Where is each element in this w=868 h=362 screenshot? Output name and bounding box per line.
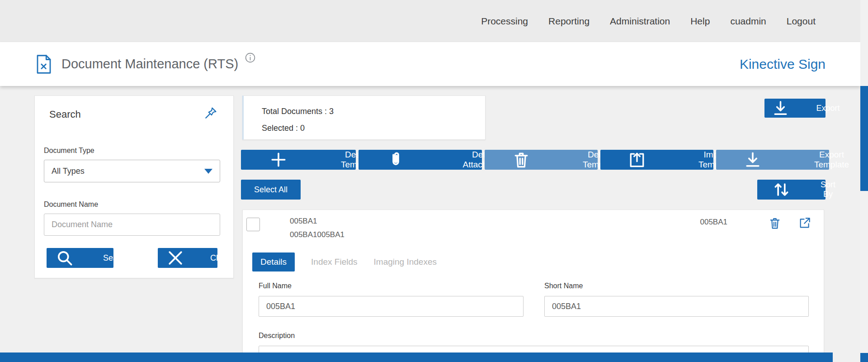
nav-item-administration[interactable]: Administration — [610, 16, 670, 27]
trash-icon — [515, 153, 527, 167]
tab-imaging-indexes[interactable]: Imaging Indexes — [374, 252, 437, 272]
document-name-label: Document Name — [44, 200, 98, 209]
export-button-label: Export — [816, 104, 840, 113]
export-button[interactable]: Export — [764, 99, 826, 118]
info-icon[interactable] — [245, 52, 256, 63]
search-panel: Search Document Type All Types Document … — [34, 95, 234, 278]
sort-by-label: Sort By — [821, 180, 835, 199]
export-template-label: Export Template — [814, 150, 849, 170]
select-all-label: Select All — [254, 185, 288, 195]
clear-button-label: Clear — [210, 253, 230, 263]
page-title: Document Maintenance (RTS) — [61, 57, 238, 71]
document-card: 005BA1 005BA1005BA1 005BA1 Details Index… — [242, 210, 824, 362]
search-button[interactable]: Search — [47, 248, 113, 268]
document-type-value: All Types — [52, 167, 85, 176]
sort-by-button[interactable]: Sort By — [757, 180, 826, 200]
document-name-line2: 005BA1005BA1 — [290, 230, 344, 239]
description-label: Description — [259, 332, 295, 340]
nav-item-reporting[interactable]: Reporting — [548, 16, 590, 27]
summary-card: Total Documents : 3 Selected : 0 — [242, 95, 486, 140]
search-panel-title: Search — [49, 109, 81, 120]
document-type-label: Document Type — [44, 147, 94, 155]
brand-logo: Kinective Sign — [740, 57, 826, 72]
clear-button[interactable]: Clear — [158, 248, 217, 268]
short-name-label: Short Name — [544, 282, 583, 290]
tab-details[interactable]: Details — [252, 252, 295, 272]
short-name-input[interactable] — [544, 296, 809, 317]
sort-icon — [775, 184, 787, 195]
document-type-select[interactable]: All Types — [44, 160, 220, 182]
open-document-icon[interactable] — [797, 216, 812, 230]
document-checkbox[interactable] — [246, 218, 260, 231]
define-attachment-button[interactable]: Define Attachment — [359, 150, 482, 170]
vertical-scrollbar[interactable] — [860, 0, 868, 362]
tab-index-fields[interactable]: Index Fields — [311, 252, 357, 272]
caret-down-icon — [204, 169, 212, 174]
full-name-label: Full Name — [259, 282, 292, 290]
scrollbar-thumb[interactable] — [860, 86, 868, 191]
selected-count: Selected : 0 — [262, 124, 305, 133]
pin-icon[interactable] — [203, 106, 218, 120]
total-documents: Total Documents : 3 — [262, 107, 334, 116]
search-button-label: Search — [103, 253, 129, 263]
download-icon — [747, 153, 759, 166]
nav-item-logout[interactable]: Logout — [787, 16, 816, 27]
document-name-input[interactable] — [44, 214, 220, 236]
document-x-icon — [34, 54, 53, 75]
trash-icon[interactable] — [768, 216, 782, 230]
document-tabs: Details Index Fields Imaging Indexes — [252, 252, 437, 272]
nav-item-help[interactable]: Help — [690, 16, 710, 27]
nav-item-cuadmin[interactable]: cuadmin — [730, 16, 766, 27]
top-nav: Processing Reporting Administration Help… — [0, 0, 860, 42]
paperclip-icon — [393, 153, 398, 164]
app-window: Processing Reporting Administration Help… — [0, 0, 868, 362]
full-name-input[interactable] — [259, 296, 524, 317]
export-template-button[interactable]: Export Template — [716, 150, 829, 170]
document-code: 005BA1 — [700, 218, 728, 227]
document-name-line1: 005BA1 — [290, 217, 317, 226]
page-header: Document Maintenance (RTS) Kinective Sig… — [0, 42, 860, 86]
scrollbar-bottom-button[interactable] — [860, 353, 868, 362]
nav-item-processing[interactable]: Processing — [481, 16, 528, 27]
select-all-button[interactable]: Select All — [241, 180, 301, 200]
plus-icon — [272, 153, 285, 166]
footer-bar — [0, 352, 833, 362]
